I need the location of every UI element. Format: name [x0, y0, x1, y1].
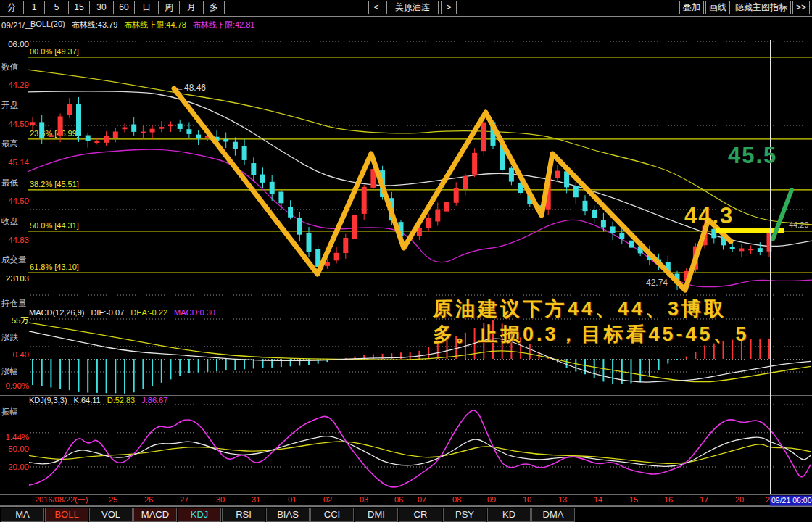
boll-upper-value: 布林线上限:44.78	[124, 20, 186, 30]
axis-date-label: 16	[664, 495, 673, 504]
sidebar-field: 收盘	[0, 216, 30, 227]
sidebar-field: 涨跌	[0, 332, 30, 343]
axis-date-label: 17	[700, 495, 708, 504]
axis-date-label: 15	[629, 495, 638, 504]
tab-cci[interactable]: CCI	[310, 508, 354, 522]
boll-name: BOLL(20)	[30, 20, 65, 30]
tab-psy[interactable]: PSY	[443, 508, 486, 522]
axis-date-label: 31	[252, 495, 260, 504]
sidebar-field: 44.50	[0, 120, 29, 128]
trade-advice-line2: 多。止损0.3，目标看45-45、5	[433, 322, 750, 347]
chart-canvas: 00.0% [49.37]23.6% [46.99]38.2% [45.51]5…	[0, 0, 812, 522]
tab-cr[interactable]: CR	[399, 508, 442, 522]
sidebar-field: 涨幅	[0, 366, 30, 377]
main-chart-panel[interactable]	[28, 40, 812, 304]
tab-bias[interactable]: BIAS	[266, 508, 310, 522]
sidebar-field: 09/21/三	[0, 20, 30, 31]
price-annotation-label: ←48.46	[175, 83, 206, 93]
axis-date-label: 14	[594, 495, 602, 504]
current-time-text: 09/21 06:00	[771, 496, 812, 505]
axis-date-label: 02	[323, 495, 332, 504]
tab-vol[interactable]: VOL	[89, 508, 133, 522]
kdj-name: KDJ(9,3,3)	[29, 396, 67, 405]
sidebar-field: 45.14	[0, 158, 29, 167]
macd-indicator-header: MACD(12,26,9) DIF:-0.07 DEA:-0.22 MACD:0…	[29, 308, 215, 317]
sidebar-field: 成交量	[0, 254, 30, 265]
price-annotation-label: 45.5	[728, 143, 777, 169]
indicator-tab-bar: MABOLLVOLMACDKDJRSIBIASCCIDMICRPSYKDDMA	[0, 506, 812, 522]
axis-date-label: 25	[109, 495, 117, 504]
axis-start-date-label: 2016/08/22(一)	[35, 495, 88, 504]
sidebar-field: 50.00	[0, 444, 29, 453]
trade-advice-line1: 原油建议下方44、44、3博取	[433, 297, 750, 322]
sidebar-field: 0.90%	[0, 381, 29, 390]
macd-name: MACD(12,26,9)	[29, 308, 84, 317]
trade-advice-annotation: 原油建议下方44、44、3博取 多。止损0.3，目标看45-45、5	[433, 297, 750, 347]
axis-date-label: 2	[766, 495, 770, 504]
macd-dea-value: DEA:-0.22	[130, 308, 167, 317]
kdj-k-value: K:64.11	[74, 396, 101, 405]
sidebar-field: 44.50	[0, 196, 29, 205]
axis-date-label: 27	[180, 495, 188, 504]
axis-date-label: 03	[360, 495, 368, 504]
sidebar-field: 最高	[0, 138, 30, 149]
sidebar-field: 0.40	[0, 350, 29, 359]
price-annotation-label: 44.3	[684, 203, 734, 229]
boll-indicator-header: BOLL(20) 布林线:43.79 布林线上限:44.78 布林线下限:42.…	[30, 20, 254, 30]
axis-date-label: 20	[735, 495, 744, 504]
kdj-indicator-header: KDJ(9,3,3) K:64.11 D:52.83 J:86.67	[29, 396, 167, 405]
macd-value: MACD:0.30	[174, 308, 215, 317]
tab-kd[interactable]: KD	[487, 508, 531, 522]
futures-trading-app: 分15153060日周月多 < 美原油连 > 叠加画线隐藏主图指标>> 00.0…	[0, 0, 812, 522]
axis-date-label: 13	[558, 495, 567, 504]
axis-date-label: 30	[216, 495, 225, 504]
sidebar-field: 开盘	[0, 100, 30, 111]
price-annotation-label: 42.74 —	[646, 278, 679, 288]
tab-boll[interactable]: BOLL	[45, 508, 88, 522]
axis-date-label: 08	[452, 495, 461, 504]
macd-dif-value: DIF:-0.07	[91, 308, 124, 317]
sidebar-field: 44.29	[0, 80, 29, 89]
axis-date-label: 09	[487, 495, 496, 504]
tab-kdj[interactable]: KDJ	[178, 508, 221, 522]
sidebar-field: 振幅	[0, 407, 30, 418]
axis-date-label: 10	[523, 495, 531, 504]
boll-mid-value: 布林线:43.79	[72, 20, 118, 30]
tab-dmi[interactable]: DMI	[355, 508, 398, 522]
kdj-d-value: D:52.83	[107, 396, 136, 405]
axis-date-label: 07	[418, 495, 426, 504]
kdj-j-value: J:86.67	[141, 396, 167, 405]
sidebar-field: 23103	[0, 274, 29, 283]
sidebar-field: 55万	[0, 315, 29, 326]
tab-dma[interactable]: DMA	[531, 508, 575, 522]
kdj-panel[interactable]	[28, 397, 812, 494]
tab-rsi[interactable]: RSI	[222, 508, 265, 522]
sidebar-field: 44.83	[0, 236, 29, 244]
price-annotation-label: 44.29	[789, 220, 809, 229]
boll-lower-value: 布林线下限:42.81	[193, 20, 255, 30]
axis-date-label: 26	[144, 495, 153, 504]
sidebar-field: 持仓量	[0, 298, 30, 309]
tab-ma[interactable]: MA	[1, 508, 44, 522]
axis-date-label: 01	[288, 495, 297, 504]
sidebar-field: 最低	[0, 178, 30, 188]
sidebar-field: 1.44%	[0, 433, 29, 442]
sidebar-field: 06:00	[0, 40, 29, 49]
sidebar-field: 20.00	[0, 463, 29, 471]
sidebar-field: 数值	[0, 62, 30, 72]
axis-date-label: 06	[394, 495, 403, 504]
tab-macd[interactable]: MACD	[133, 508, 177, 522]
